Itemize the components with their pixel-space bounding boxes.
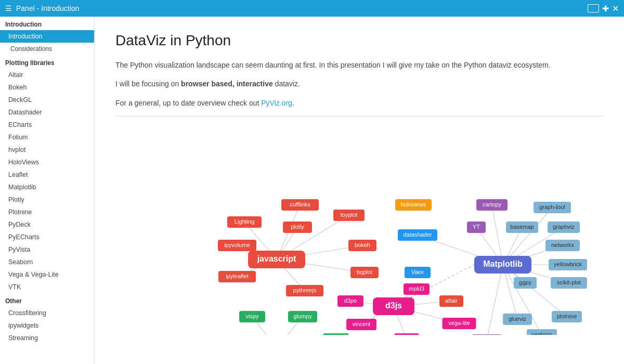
sidebar-item[interactable]: Plotnine bbox=[0, 206, 94, 218]
svg-text:glueviz: glueviz bbox=[509, 316, 527, 322]
sidebar-item[interactable]: Crossfiltering bbox=[0, 307, 94, 319]
network-node: ipyvolume bbox=[218, 240, 256, 251]
sidebar-item[interactable]: DeckGL bbox=[0, 94, 94, 106]
network-node: visvis bbox=[323, 333, 349, 335]
svg-text:Vaex: Vaex bbox=[411, 269, 424, 275]
svg-text:scikit-plot: scikit-plot bbox=[557, 279, 581, 285]
svg-rect-113 bbox=[323, 333, 349, 335]
topbar-title: Panel - Introduction bbox=[16, 4, 79, 12]
svg-text:basemap: basemap bbox=[510, 224, 534, 230]
menu-icon[interactable]: ☰ bbox=[5, 4, 12, 12]
network-node: cartopy bbox=[476, 199, 508, 211]
sidebar-item[interactable]: ECharts bbox=[0, 119, 94, 131]
network-node: Lighting bbox=[227, 216, 262, 228]
svg-text:mpld3: mpld3 bbox=[409, 285, 424, 292]
sidebar: IntroductionIntroductionConsiderationsPl… bbox=[0, 17, 95, 364]
svg-text:graph-tool: graph-tool bbox=[539, 204, 565, 210]
network-node: graph-tool bbox=[534, 202, 571, 213]
sidebar-item[interactable]: Seaborn bbox=[0, 256, 94, 268]
para1: The Python visualization landscape can s… bbox=[115, 59, 603, 71]
ctrl-close[interactable]: ✕ bbox=[612, 4, 619, 14]
topbar: ☰ Panel - Introduction ✚ ✕ bbox=[0, 0, 624, 17]
sidebar-item[interactable]: Folium bbox=[0, 131, 94, 144]
network-node: d3po bbox=[337, 295, 363, 307]
sidebar-item[interactable]: Datashader bbox=[0, 106, 94, 119]
svg-text:pythreejs: pythreejs bbox=[293, 287, 317, 293]
sidebar-item[interactable]: Leaflet bbox=[0, 168, 94, 181]
sidebar-item[interactable]: Matplotlib bbox=[0, 181, 94, 193]
sidebar-item[interactable]: Vega & Vega-Lite bbox=[0, 268, 94, 281]
svg-text:datashader: datashader bbox=[403, 231, 432, 238]
sidebar-item[interactable]: PyVista bbox=[0, 243, 94, 256]
sidebar-item[interactable]: Considerations bbox=[0, 43, 94, 55]
network-node: pandas bbox=[472, 334, 502, 335]
sidebar-item[interactable]: Streaming bbox=[0, 332, 94, 344]
network-node: plotly bbox=[283, 222, 312, 233]
network-node: basemap bbox=[506, 222, 538, 233]
svg-text:bqplot: bqplot bbox=[357, 269, 372, 275]
sidebar-item[interactable]: Bokeh bbox=[0, 81, 94, 94]
sidebar-section-header: Introduction bbox=[0, 17, 94, 30]
sidebar-item[interactable]: Introduction bbox=[0, 30, 94, 43]
sidebar-item[interactable]: PyDeck bbox=[0, 218, 94, 231]
sidebar-section-header: Other bbox=[0, 293, 94, 307]
sidebar-item[interactable]: VTK bbox=[0, 281, 94, 293]
network-node: scikit-plot bbox=[551, 277, 587, 289]
svg-text:cartopy: cartopy bbox=[483, 201, 502, 207]
svg-text:plotnine: plotnine bbox=[557, 313, 577, 319]
ctrl-box[interactable] bbox=[588, 4, 599, 12]
svg-rect-105 bbox=[472, 334, 502, 335]
svg-text:graphviz: graphviz bbox=[553, 224, 575, 230]
svg-line-17 bbox=[492, 205, 503, 265]
svg-text:toyplot: toyplot bbox=[341, 212, 357, 218]
sidebar-item[interactable]: PyECharts bbox=[0, 231, 94, 243]
sidebar-item[interactable]: hvplot bbox=[0, 144, 94, 156]
network-node: bqplot bbox=[350, 267, 379, 278]
network-node: YT bbox=[467, 222, 486, 233]
para2: I will be focusing on browser based, int… bbox=[115, 78, 603, 89]
network-node: d3js bbox=[373, 297, 414, 315]
svg-text:Lighting: Lighting bbox=[235, 218, 255, 225]
sidebar-section-header: Plotting libraries bbox=[0, 55, 94, 69]
svg-text:vincent: vincent bbox=[353, 321, 371, 327]
network-node: vincent bbox=[346, 319, 376, 330]
svg-text:networkx: networkx bbox=[551, 242, 575, 248]
network-node: vega bbox=[394, 333, 419, 335]
svg-line-29 bbox=[487, 265, 503, 335]
sidebar-item[interactable]: Plotly bbox=[0, 193, 94, 206]
svg-text:seaborn: seaborn bbox=[531, 331, 552, 335]
network-node: networkx bbox=[545, 240, 580, 251]
page-title: DataViz in Python bbox=[115, 32, 603, 49]
pyviz-link[interactable]: PyViz.org bbox=[261, 99, 292, 107]
network-node: mpld3 bbox=[404, 283, 430, 295]
sidebar-item[interactable]: ipywidgets bbox=[0, 319, 94, 332]
network-node: plotnine bbox=[552, 311, 582, 322]
network-node: vispy bbox=[239, 311, 265, 322]
network-node: Vaex bbox=[405, 267, 431, 278]
para3-prefix: For a general, up to date overview check… bbox=[115, 99, 261, 107]
svg-text:ggpy: ggpy bbox=[519, 279, 531, 285]
network-node: vega-lite bbox=[443, 318, 476, 329]
network-node: toyplot bbox=[333, 210, 365, 221]
svg-text:ipyvolume: ipyvolume bbox=[224, 242, 250, 248]
sidebar-item[interactable]: HoloViews bbox=[0, 156, 94, 168]
svg-text:javascript: javascript bbox=[257, 254, 296, 263]
svg-text:Matplotlib: Matplotlib bbox=[483, 259, 523, 268]
svg-text:d3po: d3po bbox=[344, 297, 357, 304]
network-node: pythreejs bbox=[286, 285, 323, 296]
svg-text:plotly: plotly bbox=[291, 224, 304, 230]
network-node: glumpy bbox=[288, 311, 317, 322]
para3-suffix: . bbox=[292, 99, 294, 107]
sidebar-item[interactable]: Altair bbox=[0, 69, 94, 81]
network-node: bokeh bbox=[348, 240, 376, 251]
svg-text:vega-lite: vega-lite bbox=[448, 320, 470, 326]
svg-text:bokeh: bokeh bbox=[355, 242, 370, 248]
network-node: seaborn bbox=[527, 329, 557, 335]
svg-text:ipyleaflet: ipyleaflet bbox=[226, 273, 248, 279]
svg-text:glumpy: glumpy bbox=[293, 313, 312, 319]
svg-rect-67 bbox=[394, 333, 419, 335]
ctrl-plus[interactable]: ✚ bbox=[602, 4, 609, 14]
content-area: DataViz in Python The Python visualizati… bbox=[95, 17, 624, 364]
network-node: cufflinks bbox=[281, 199, 319, 211]
network-node: ipyleaflet bbox=[218, 271, 256, 282]
